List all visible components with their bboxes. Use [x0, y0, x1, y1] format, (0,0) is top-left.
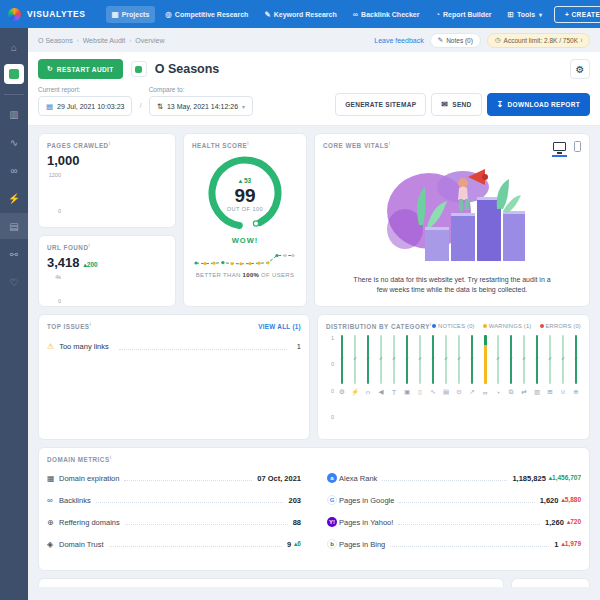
- backlinks-icon: ∞: [10, 165, 17, 176]
- distribution-chart: ✓✓✓✓✓✓✓✓✓✓✓✓✓✓✓✓✓✓: [337, 335, 581, 383]
- category-column[interactable]: ✓: [389, 335, 399, 383]
- settings-icon: ⚙: [337, 384, 347, 396]
- restart-icon: ↻: [47, 65, 53, 73]
- nav-item-report-builder[interactable]: ◔Report Builder: [429, 6, 497, 23]
- nav-item-tools[interactable]: ⊞Tools▾: [502, 6, 548, 23]
- breadcrumb-project[interactable]: O Seasons: [38, 37, 73, 44]
- nav-item-backlink-checker[interactable]: ∞Backlink Checker: [347, 6, 426, 23]
- google-icon: G: [327, 495, 339, 505]
- empty-state-illustration: [323, 152, 581, 275]
- category-column[interactable]: [480, 335, 490, 383]
- current-report-date[interactable]: ▦ 29 Jul, 2021 10:03:23: [38, 96, 132, 116]
- yahoo-icon: Y!: [327, 517, 337, 527]
- breadcrumb-section[interactable]: Website Audit: [83, 37, 126, 44]
- alexa-icon: a: [327, 473, 339, 483]
- tools-icon: ⊞: [508, 10, 514, 19]
- send-button[interactable]: ✉SEND: [431, 93, 481, 116]
- category-column[interactable]: ✓: [337, 335, 347, 383]
- calendar-icon: ▦: [47, 474, 59, 483]
- category-column[interactable]: ✓: [545, 335, 555, 383]
- restart-audit-button[interactable]: ↻ RESTART AUDIT: [38, 59, 123, 79]
- current-report-label: Current report:: [38, 86, 132, 93]
- sidebar-item-home[interactable]: ⌂: [0, 34, 28, 60]
- url-found-title: URL FOUNDi: [47, 243, 167, 251]
- check-icon: ✓: [444, 355, 448, 361]
- domain-metrics-card: DOMAIN METRICSi ▦Domain expiration07 Oct…: [38, 447, 590, 571]
- site-favicon: [131, 61, 147, 77]
- category-column[interactable]: ✓: [350, 335, 360, 383]
- issue-row[interactable]: ⚠ Too many links 1: [47, 342, 301, 351]
- sidebar-item-audit-reports[interactable]: ▤: [0, 213, 28, 239]
- check-icon: ✓: [379, 355, 383, 361]
- keyword-research-icon: ✎: [264, 10, 270, 19]
- category-column[interactable]: ✓: [363, 335, 373, 383]
- left-sidebar: ⌂▥∿∞⚡▤⚯♡: [0, 28, 28, 600]
- dotted-leader: [109, 541, 282, 547]
- category-column[interactable]: ✓: [532, 335, 542, 383]
- sidebar-item-link-building[interactable]: ⚯: [0, 241, 28, 267]
- axis-tick-label: 0: [331, 361, 334, 367]
- partial-card: [38, 578, 504, 587]
- health-score-card: HEALTH SCOREi ▴ 53 99 OUT OF 100 WOW! BE…: [183, 133, 307, 307]
- create-project-button[interactable]: + CREATE PROJECT: [554, 6, 600, 23]
- sidebar-item-analytics[interactable]: ∿: [0, 129, 28, 155]
- download-report-button[interactable]: ↧DOWNLOAD REPORT: [487, 93, 590, 116]
- international-icon: ⊕: [571, 384, 581, 396]
- nav-item-competitive-research[interactable]: ◎Competitive Research: [159, 6, 254, 23]
- audit-settings-button[interactable]: ⚙: [570, 59, 590, 79]
- category-column[interactable]: ✓: [519, 335, 529, 383]
- warning-icon: ⚠: [47, 342, 54, 351]
- nav-item-projects[interactable]: ▦Projects: [106, 6, 156, 23]
- compare-to-select[interactable]: ⇅ 13 May, 2021 14:12:26 ▾: [149, 96, 253, 116]
- bing-icon: b: [327, 539, 337, 549]
- date-separator: /: [138, 101, 142, 116]
- dotted-leader: [125, 519, 288, 525]
- nav-item-label: Tools: [517, 11, 535, 18]
- category-column[interactable]: ✓: [558, 335, 568, 383]
- core-web-vitals-card: CORE WEB VITALSi: [314, 133, 590, 307]
- notes-button[interactable]: ✎Notes (0): [430, 33, 481, 48]
- category-column[interactable]: ✓: [441, 335, 451, 383]
- mobile-icon[interactable]: [574, 141, 581, 152]
- category-column[interactable]: ✓: [571, 335, 581, 383]
- metric-row: ∞Backlinks203: [47, 489, 301, 511]
- category-column[interactable]: ✓: [428, 335, 438, 383]
- partial-card: [511, 578, 590, 587]
- markup-icon: ∪: [558, 384, 568, 396]
- desktop-icon[interactable]: [553, 142, 566, 151]
- sidebar-item-monitoring[interactable]: ⚡: [0, 185, 28, 211]
- category-column[interactable]: ✓: [506, 335, 516, 383]
- category-column[interactable]: ✓: [402, 335, 412, 383]
- links-icon: ∞: [480, 384, 490, 396]
- sidebar-item-backlinks[interactable]: ∞: [0, 157, 28, 183]
- metric-value: 9: [287, 540, 291, 549]
- sidebar-item-website-audit-active[interactable]: [4, 64, 24, 84]
- check-icon: ✓: [509, 355, 513, 361]
- sort-arrows-icon: ⇅: [157, 102, 163, 111]
- metric-label: Backlinks: [59, 496, 91, 505]
- category-column[interactable]: ✓: [415, 335, 425, 383]
- url-found-card: URL FOUNDi 3,418 ▴200 4k0: [38, 235, 176, 307]
- sidebar-item-social[interactable]: ♡: [0, 269, 28, 295]
- category-column[interactable]: ✓: [493, 335, 503, 383]
- generate-sitemap-button[interactable]: GENERATE SITEMAP: [335, 93, 426, 116]
- view-all-link[interactable]: VIEW ALL (1): [258, 323, 301, 330]
- category-column[interactable]: ✓: [376, 335, 386, 383]
- health-score-wow: WOW!: [232, 236, 259, 245]
- envelope-icon: ✉: [441, 100, 448, 109]
- metric-row: Y!Pages in Yahoo!1,260▴720: [327, 511, 581, 533]
- page-title: O Seasons: [155, 62, 220, 76]
- health-score-value: 99: [234, 185, 255, 206]
- analytics-icon: ∿: [10, 137, 18, 148]
- category-column[interactable]: ✓: [467, 335, 477, 383]
- check-icon: ✓: [522, 355, 526, 361]
- nav-item-keyword-research[interactable]: ✎Keyword Research: [258, 6, 342, 23]
- category-column[interactable]: ✓: [454, 335, 464, 383]
- check-icon: ✓: [548, 355, 552, 361]
- check-icon: ✓: [457, 355, 461, 361]
- leave-feedback-link[interactable]: Leave feedback: [374, 37, 423, 44]
- yahoo-icon: Y!: [327, 517, 339, 527]
- dotted-leader: [399, 497, 534, 503]
- sidebar-item-rankings[interactable]: ▥: [0, 101, 28, 127]
- health-score-outof: OUT OF 100: [227, 206, 263, 212]
